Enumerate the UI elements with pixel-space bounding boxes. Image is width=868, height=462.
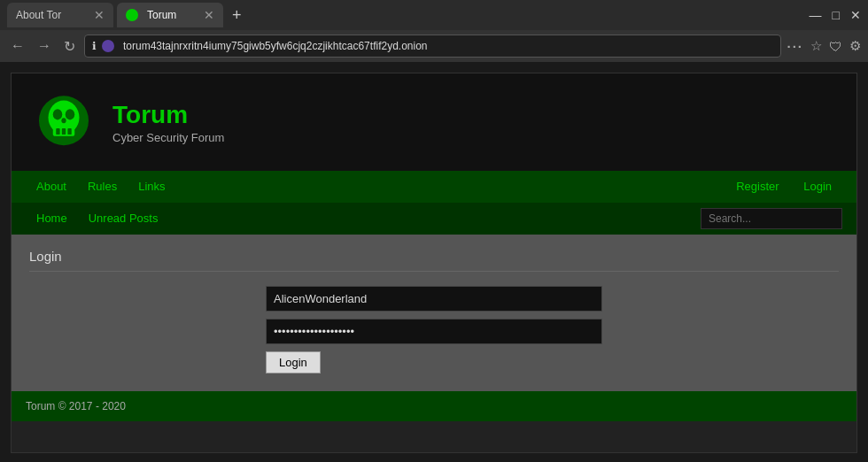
- info-icon: ℹ: [92, 40, 97, 52]
- forum-footer: Torum © 2017 - 2020: [12, 391, 856, 421]
- nav-top-right: Register Login: [725, 171, 842, 203]
- forum-main: Login Login: [12, 235, 856, 391]
- onion-icon: [102, 40, 114, 52]
- forward-button[interactable]: →: [34, 38, 55, 54]
- svg-rect-7: [62, 128, 66, 135]
- menu-dots-icon[interactable]: ···: [787, 39, 803, 54]
- login-button[interactable]: Login: [266, 351, 321, 373]
- bookmark-icon[interactable]: ☆: [810, 38, 822, 54]
- nav-unread-posts-link[interactable]: Unread Posts: [78, 203, 169, 235]
- svg-rect-6: [56, 128, 59, 135]
- login-section: Login Login: [12, 235, 856, 391]
- login-form: Login: [29, 286, 839, 373]
- browser-window: About Tor ✕ Torum ✕ + — □ ✕ ← → ↻ ℹ toru…: [0, 0, 868, 462]
- close-button[interactable]: ✕: [850, 8, 861, 22]
- back-button[interactable]: ←: [7, 38, 28, 54]
- login-title: Login: [29, 249, 839, 272]
- forum-nav-top: About Rules Links Register Login: [12, 171, 856, 203]
- url-text: torum43tajnrxritn4iumy75giwb5yfw6cjq2czj…: [123, 40, 428, 52]
- tab-about-tor-close[interactable]: ✕: [94, 9, 105, 21]
- nav-home-link[interactable]: Home: [26, 203, 78, 235]
- page-wrapper: Torum Cyber Security Forum About Rules L…: [0, 62, 868, 462]
- svg-point-3: [66, 109, 75, 119]
- tab-torum[interactable]: Torum ✕: [117, 3, 223, 27]
- nav-right-icons: ··· ☆ 🛡 ⚙: [787, 38, 861, 54]
- forum-header: Torum Cyber Security Forum: [12, 73, 856, 171]
- svg-point-4: [61, 118, 66, 123]
- nav-links-link[interactable]: Links: [128, 171, 175, 203]
- torum-tab-icon: [126, 9, 138, 21]
- search-input[interactable]: [701, 208, 842, 229]
- footer-copyright: Torum © 2017 - 2020: [26, 400, 126, 412]
- title-bar: About Tor ✕ Torum ✕ + — □ ✕: [0, 0, 868, 30]
- tab-torum-label: Torum: [147, 9, 176, 21]
- svg-rect-8: [67, 128, 71, 135]
- skull-logo: [33, 91, 95, 153]
- new-tab-button[interactable]: +: [227, 6, 247, 25]
- forum-title-area: Torum Cyber Security Forum: [112, 101, 224, 144]
- extensions-icon[interactable]: ⚙: [849, 38, 861, 54]
- svg-point-2: [53, 109, 63, 119]
- nav-rules-link[interactable]: Rules: [77, 171, 128, 203]
- shield-icon[interactable]: 🛡: [829, 39, 842, 54]
- forum-title: Torum: [112, 101, 224, 129]
- tab-about-tor-label: About Tor: [16, 9, 61, 21]
- nav-bar: ← → ↻ ℹ torum43tajnrxritn4iumy75giwb5yfw…: [0, 30, 868, 62]
- forum-nav-bottom: Home Unread Posts: [12, 203, 856, 235]
- username-input[interactable]: [266, 286, 602, 312]
- forum-container: Torum Cyber Security Forum About Rules L…: [11, 73, 857, 453]
- password-input[interactable]: [266, 319, 602, 344]
- maximize-button[interactable]: □: [833, 8, 840, 22]
- nav-about-link[interactable]: About: [26, 171, 77, 203]
- nav-register-link[interactable]: Register: [725, 171, 789, 203]
- forum-subtitle: Cyber Security Forum: [112, 131, 224, 144]
- nav-login-link[interactable]: Login: [793, 171, 842, 203]
- minimize-button[interactable]: —: [810, 8, 822, 22]
- tab-torum-close[interactable]: ✕: [204, 9, 214, 21]
- search-box: [701, 208, 842, 229]
- window-controls: — □ ✕: [810, 8, 861, 22]
- tab-about-tor[interactable]: About Tor ✕: [7, 3, 113, 27]
- reload-button[interactable]: ↻: [60, 38, 79, 55]
- address-bar[interactable]: ℹ torum43tajnrxritn4iumy75giwb5yfw6cjq2c…: [84, 35, 781, 58]
